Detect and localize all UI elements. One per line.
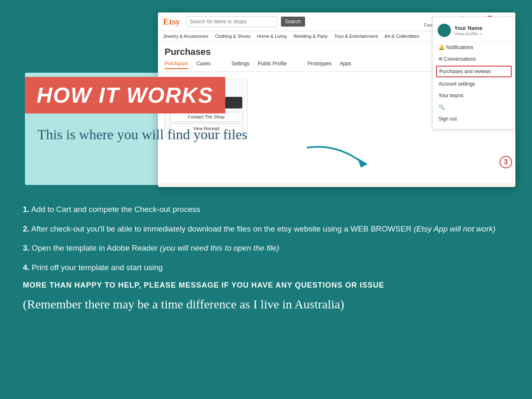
step-4-number: 4. — [23, 263, 30, 272]
tab-purchases[interactable]: Purchases — [165, 61, 188, 69]
step-3: 3. Open the template in Adobe Reader (yo… — [23, 242, 515, 254]
step-2: 2. After check-out you'll be able to imm… — [23, 223, 515, 235]
footer-handwriting: (Remember there may be a time difference… — [23, 297, 515, 311]
step-number-3: 3 — [500, 156, 512, 168]
etsy-dropdown-menu: Your Name View profile > 🔔 Notifications… — [432, 17, 515, 129]
dropdown-user-info: Your Name View profile > — [433, 21, 515, 42]
cat-wedding[interactable]: Wedding & Party — [293, 34, 328, 39]
cat-toys[interactable]: Toys & Entertainment — [334, 34, 378, 39]
step-3-text-italic: (you will need this to open the file) — [160, 244, 279, 252]
dropdown-your-teams[interactable]: Your teams — [433, 90, 515, 101]
etsy-search-button[interactable]: Search — [281, 17, 305, 27]
dropdown-search[interactable]: 🔍 — [433, 101, 515, 113]
tab-prototypes[interactable]: Prototypes — [308, 61, 331, 69]
arrow-pointing-to-download — [303, 139, 378, 172]
dropdown-account-settings[interactable]: Account settings — [433, 78, 515, 90]
step-2-number: 2. — [23, 224, 30, 233]
step-1-text: Add to Cart and compete the Check-out pr… — [31, 205, 200, 214]
step-2-text-plain: After check-out you'll be able to immedi… — [31, 224, 414, 233]
step-3-text-plain: Open the template in Adobe Reader — [32, 244, 160, 252]
user-name: Your Name — [454, 25, 483, 31]
dropdown-notifications[interactable]: 🔔 Notifications — [433, 42, 515, 53]
cat-clothing[interactable]: Clothing & Shoes — [215, 34, 250, 39]
tab-settings[interactable]: Settings — [232, 61, 249, 69]
dropdown-purchases-reviews[interactable]: Purchases and reviews — [436, 66, 512, 77]
main-content: 1. Add to Cart and compete the Check-out… — [23, 204, 515, 311]
help-text: MORE THAN HAPPY TO HELP, PLEASE MESSAGE … — [23, 281, 515, 290]
step-1-number: 1. — [23, 205, 30, 214]
cat-home[interactable]: Home & Living — [257, 34, 287, 39]
tab-cases[interactable]: Cases — [197, 61, 211, 69]
how-it-works-banner: HOW IT WORKS — [25, 77, 225, 113]
step-3-number: 3. — [23, 244, 30, 252]
cat-art[interactable]: Art & Collectibles — [384, 34, 419, 39]
svg-marker-0 — [357, 158, 368, 167]
dropdown-sign-out[interactable]: Sign out — [433, 113, 515, 125]
cat-jewelry[interactable]: Jewelry & Accessories — [163, 34, 208, 39]
step-4-text: Print off your template and start using — [32, 263, 163, 272]
tab-public-profile[interactable]: Public Profile — [258, 61, 287, 69]
user-avatar — [438, 24, 451, 37]
handwriting-text: This is where you will find your files — [37, 127, 247, 143]
etsy-logo: Etsy — [163, 16, 180, 27]
step-1: 1. Add to Cart and compete the Check-out… — [23, 204, 515, 216]
view-profile-link[interactable]: View profile > — [454, 31, 483, 36]
step-4: 4. Print off your template and start usi… — [23, 262, 515, 274]
step-2-text-italic: (Etsy App will not work) — [414, 224, 495, 233]
etsy-search-input[interactable] — [186, 16, 278, 27]
tab-apps[interactable]: Apps — [340, 61, 351, 69]
dropdown-conversations[interactable]: ✉ Conversations — [433, 53, 515, 65]
how-it-works-title: HOW IT WORKS — [37, 84, 214, 106]
